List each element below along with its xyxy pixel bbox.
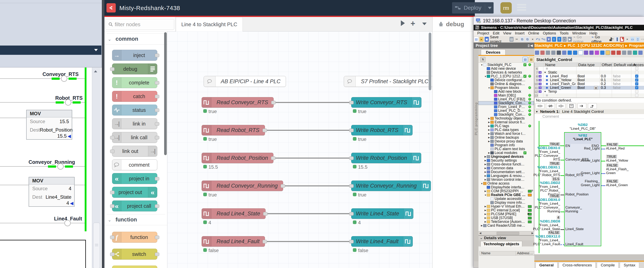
accessible-checkbox[interactable]: [635, 90, 638, 93]
input-operand[interactable]: "From_Line4_: [524, 223, 560, 227]
toolbar-icon[interactable]: ▶: [568, 37, 572, 42]
toolbar-icon[interactable]: ↶±: [536, 37, 540, 42]
breadcrumb-item[interactable]: PLC_1 [CPU 1212C AC/DC/Rly]: [568, 43, 624, 48]
member-datatype[interactable]: Bool: [578, 78, 596, 82]
iface-col-name[interactable]: Name: [544, 63, 556, 66]
palette-node-partial[interactable]: [112, 266, 157, 268]
node-Write-Line4_State[interactable]: Write Line4_State: [351, 208, 413, 219]
member-name[interactable]: [550, 93, 576, 97]
input-operand[interactable]: "From_Line4_: [524, 202, 560, 206]
iface-col-offset[interactable]: Offset: [600, 63, 612, 66]
node-Write-Robot_RTS[interactable]: Write Robot_RTS: [351, 125, 412, 135]
mov-instruction[interactable]: MOV Source 15.5 Dest Robot_Position 15.5…: [26, 110, 72, 140]
editor-toolbar-icon[interactable]: [535, 50, 539, 55]
search-input[interactable]: filter nodes: [105, 19, 174, 30]
menu-project[interactable]: Project: [477, 31, 489, 35]
editor-toolbar-icon[interactable]: [638, 50, 642, 55]
member-name[interactable]: Line4_Yellow: [550, 78, 576, 82]
toolbar-icon[interactable]: ▭: [630, 37, 634, 42]
toolbar-icon[interactable]: ▙: [620, 37, 624, 42]
member-name[interactable]: Temp: [548, 90, 576, 93]
expand-closed-icon[interactable]: ▶: [488, 121, 490, 124]
toolbar-icon[interactable]: ×: [531, 37, 535, 42]
expand-closed-icon[interactable]: ▶: [488, 136, 490, 139]
output-port[interactable]: [155, 95, 159, 98]
tree-item-technology-objects[interactable]: ▶ Technology objects: [478, 116, 534, 120]
output-port[interactable]: [281, 184, 285, 188]
output-operand[interactable]: FALSE: [606, 163, 618, 167]
palette-node-function[interactable]: ffunction: [112, 232, 157, 243]
editor-toolbar-icon[interactable]: [578, 50, 583, 55]
expand-closed-icon[interactable]: ▶: [488, 132, 490, 135]
editor-toolbar-icon[interactable]: [589, 50, 594, 55]
member-datatype[interactable]: Bool: [578, 86, 596, 90]
palette-node-project-in[interactable]: «project in: [112, 173, 157, 184]
menu-icon[interactable]: [517, 3, 526, 12]
expand-closed-icon[interactable]: ▶: [484, 213, 487, 215]
input-port[interactable]: [110, 204, 114, 208]
flow-canvas[interactable]: [167, 31, 432, 268]
input-operand[interactable]: 4: [524, 216, 560, 220]
editor-toolbar-icon[interactable]: [562, 50, 566, 55]
coil-icon[interactable]: [65, 99, 72, 106]
expand-closed-icon[interactable]: ▶: [484, 163, 487, 166]
expand-closed-icon[interactable]: ▶: [484, 209, 487, 212]
editor-toolbar-icon[interactable]: [600, 50, 604, 55]
tree-item-line4-plc-db-db2-[interactable]: Line4_PLC_DB [DB2]: [478, 109, 534, 113]
member-default[interactable]: false: [613, 86, 629, 90]
input-port[interactable]: [349, 184, 354, 188]
comment-node[interactable]: S7 Profinet - Stacklight PLC: [344, 76, 434, 87]
add-tab-icon[interactable]: +: [410, 19, 415, 28]
expand-closed-icon[interactable]: ▶: [484, 221, 487, 223]
toolbar-icon[interactable]: ▢: [562, 37, 566, 42]
palette-node-switch[interactable]: switch: [112, 249, 157, 260]
toolbar-icon[interactable]: ⇩: [552, 37, 556, 42]
comment-node[interactable]: AB EIP/CIP - Line 4 PLC: [204, 76, 286, 87]
output-operand[interactable]: FALSE: [606, 143, 618, 147]
menu-insert[interactable]: Insert: [515, 31, 525, 35]
expand-open-icon[interactable]: ▼: [484, 194, 487, 196]
iface-col-data-type[interactable]: Data type: [577, 63, 594, 66]
input-operand[interactable]: PLC".Conveyor_: [524, 154, 560, 158]
toolbar-icon[interactable]: ×: [625, 37, 629, 42]
tree-item-plc-data-types[interactable]: ▶ PLC data types: [478, 128, 534, 132]
input-operand[interactable]: "From_Line4_: [524, 185, 560, 189]
tree-item-online-diagnostics[interactable]: Online & diagnostics: [478, 82, 534, 86]
network-comment[interactable]: Comment: [540, 114, 644, 119]
inspector-tab-general[interactable]: General: [536, 262, 558, 268]
expand-closed-icon[interactable]: ▶: [488, 117, 490, 120]
deploy-options-icon[interactable]: [488, 7, 492, 9]
coil-icon[interactable]: [64, 220, 71, 226]
node-Read-Line4_State[interactable]: Read Line4_State: [202, 208, 266, 219]
tree-item-add-new-block[interactable]: Add new block: [478, 90, 534, 93]
palette-node-comment[interactable]: comment: [112, 159, 157, 170]
palette-category-function[interactable]: ⌄ function: [108, 217, 137, 223]
expand-closed-icon[interactable]: ▶: [488, 125, 490, 127]
output-port[interactable]: [262, 240, 267, 244]
debug-sidebar-header[interactable]: debug: [432, 17, 475, 31]
mov-instruction[interactable]: MOV Source 4 Dest Line4_State 4 ◀: [29, 177, 74, 207]
output-port[interactable]: [155, 236, 159, 239]
member-datatype[interactable]: Bool: [578, 74, 596, 78]
expand-closed-icon[interactable]: ▶: [484, 159, 487, 162]
palette-scroll-thumb[interactable]: [164, 32, 167, 155]
editor-toolbar-icon[interactable]: [611, 50, 615, 55]
output-operand[interactable]: #Line4_Red: [606, 147, 625, 150]
run-flow-icon[interactable]: [401, 20, 405, 26]
palette-node-catch[interactable]: !catch: [112, 91, 157, 102]
toolbar-icon[interactable]: ▯: [636, 37, 640, 42]
member-name[interactable]: Static: [548, 70, 576, 74]
toolbar-icon[interactable]: ▤: [510, 37, 514, 42]
output-port[interactable]: [155, 108, 159, 112]
node-Read-Line4_Fault[interactable]: Read Line4_Fault: [202, 236, 265, 247]
input-port[interactable]: [110, 253, 114, 256]
breadcrumb-item[interactable]: Program blocks: [629, 43, 644, 48]
input-operand[interactable]: FALSE: [524, 231, 560, 235]
toolbar-icon[interactable]: ▸: [480, 37, 484, 42]
input-operand[interactable]: "From_Line4_: [524, 150, 560, 154]
input-port[interactable]: [110, 191, 114, 194]
output-operand[interactable]: Green: [606, 171, 616, 175]
accessible-checkbox-checked[interactable]: ✓: [635, 78, 638, 82]
scroll-up-icon[interactable]: [94, 70, 97, 72]
canvas-scroll-thumb[interactable]: [429, 33, 431, 90]
